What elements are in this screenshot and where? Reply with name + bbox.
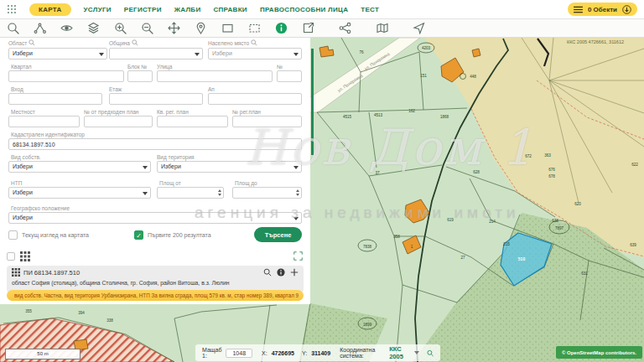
objects-badge[interactable]: 0 Обекти <box>568 3 637 16</box>
apps-grid-icon[interactable] <box>7 4 17 14</box>
y-label: Y: <box>302 350 307 356</box>
zoom-in-tool-icon[interactable] <box>114 22 127 34</box>
vid-sobstv-label: Вид собств. <box>11 154 41 160</box>
stepper-arrows-icon[interactable] <box>296 189 299 196</box>
kvartal-label: Квартал <box>11 64 32 70</box>
grid-icon <box>12 268 20 277</box>
mini-search-icon[interactable] <box>132 39 138 46</box>
dropdown-arrow-icon <box>293 217 299 220</box>
mini-search-icon[interactable] <box>251 39 257 46</box>
search-tool-icon[interactable] <box>7 22 19 34</box>
share-tool-icon[interactable] <box>339 22 351 34</box>
panel-edge-strip <box>311 49 314 155</box>
nav-item-test[interactable]: ТЕСТ <box>361 6 379 13</box>
svg-text:631: 631 <box>581 272 588 276</box>
marker-tool-icon[interactable] <box>195 22 207 34</box>
scale-input[interactable]: 1048 <box>226 349 252 358</box>
svg-text:214: 214 <box>489 220 496 224</box>
dropdown-arrow-icon <box>293 53 299 56</box>
mini-search-icon[interactable] <box>29 39 35 46</box>
nav-item-zhalbi[interactable]: ЖАЛБИ <box>174 6 201 13</box>
dropdown-arrow-icon <box>143 192 148 195</box>
svg-text:628: 628 <box>473 170 480 174</box>
nomer-input[interactable] <box>277 70 302 82</box>
svg-text:355: 355 <box>25 309 32 313</box>
no-reg-plan-input[interactable] <box>232 116 302 127</box>
vid-sobstv-select[interactable]: Избери <box>8 161 151 173</box>
dropdown-arrow-icon[interactable] <box>414 351 419 354</box>
first-200-checkbox[interactable] <box>134 230 143 240</box>
svg-text:620: 620 <box>574 202 581 206</box>
first-200-checkbox-label: Първите 200 резултата <box>148 232 211 238</box>
ntp-select[interactable]: Избери <box>8 187 151 199</box>
svg-text:215: 215 <box>503 242 510 246</box>
navigate-tool-icon[interactable] <box>413 22 425 34</box>
mestnost-input[interactable] <box>8 116 80 127</box>
predhoden-plan-label: № от предходен план <box>84 109 138 115</box>
plosht-ot-label: Площ от <box>159 180 181 186</box>
vid-teritoria-select[interactable]: Избери <box>157 161 302 173</box>
nav-item-uslugi[interactable]: УСЛУГИ <box>84 6 112 13</box>
naseleno-myasto-select[interactable]: Избери <box>208 48 302 59</box>
select-all-results-checkbox[interactable] <box>7 252 15 261</box>
export-tool-icon[interactable] <box>302 22 314 34</box>
expand-icon[interactable] <box>293 251 303 261</box>
zoom-out-tool-icon[interactable] <box>141 22 153 34</box>
oblast-label: Област <box>8 39 35 46</box>
predhoden-plan-input[interactable] <box>84 116 153 127</box>
crs-select[interactable]: ККС 2005 <box>389 345 410 360</box>
osm-attribution-badge[interactable]: © OpenStreetMap contributors. <box>556 346 642 359</box>
ap-input[interactable] <box>208 93 302 105</box>
plosht-ot-stepper[interactable] <box>157 187 224 199</box>
svg-text:76: 76 <box>359 50 364 54</box>
svg-text:672: 672 <box>525 154 532 158</box>
info-tool-icon[interactable] <box>275 22 288 34</box>
nav-item-spravki[interactable]: СПРАВКИ <box>213 6 247 13</box>
kv-reg-plan-input[interactable] <box>157 116 228 127</box>
nav-item-karta[interactable]: КАРТА <box>29 3 71 16</box>
geo-polozhenie-label: Географско положение <box>11 205 70 211</box>
search-panel: Област Община Населено място Избери Избе… <box>0 38 310 304</box>
dropdown-arrow-icon <box>143 166 148 169</box>
select-rect-tool-icon[interactable] <box>221 22 234 34</box>
vhod-input[interactable] <box>8 93 102 105</box>
blok-input[interactable] <box>127 70 153 82</box>
result-card[interactable]: ПИ 68134.1897.510 област София (столица)… <box>7 266 304 292</box>
map-legend-tool-icon[interactable] <box>376 22 388 34</box>
svg-text:7838: 7838 <box>363 245 372 249</box>
svg-text:678: 678 <box>548 174 555 178</box>
svg-text:638: 638 <box>552 219 558 223</box>
download-icon[interactable] <box>622 5 631 14</box>
result-info-icon[interactable] <box>277 268 285 277</box>
search-button[interactable]: Търсене <box>254 227 302 242</box>
geo-polozhenie-select[interactable]: Избери <box>8 212 302 224</box>
blok-label: Блок № <box>127 64 147 70</box>
kvartal-input[interactable] <box>8 70 124 82</box>
kadastralen-identifikator-input[interactable] <box>8 138 302 150</box>
current-view-checkbox[interactable] <box>8 230 18 240</box>
scale-label: Мащаб 1: <box>202 347 221 359</box>
ulica-input[interactable] <box>157 70 273 82</box>
etazh-label: Етаж <box>109 86 122 92</box>
plosht-do-stepper[interactable] <box>232 187 302 199</box>
svg-text:448: 448 <box>470 75 476 79</box>
etazh-input[interactable] <box>109 93 203 105</box>
svg-text:622: 622 <box>631 163 638 167</box>
pan-tool-icon[interactable] <box>168 22 180 34</box>
measure-tool-icon[interactable] <box>34 22 46 34</box>
grid-icon[interactable] <box>20 251 30 261</box>
result-zoom-icon[interactable] <box>263 268 272 277</box>
status-search-icon[interactable] <box>427 349 434 358</box>
oblast-select[interactable]: Избери <box>8 48 107 59</box>
nav-item-pravosposobni-lica[interactable]: ПРАВОСПОСОБНИ ЛИЦА <box>260 6 348 13</box>
select-rect-dashed-tool-icon[interactable] <box>248 22 261 34</box>
stepper-arrows-icon[interactable] <box>218 189 221 196</box>
kv-reg-plan-label: Кв. рег. план <box>157 109 189 115</box>
visibility-tool-icon[interactable] <box>60 22 73 34</box>
layers-tool-icon[interactable] <box>87 22 100 34</box>
result-add-icon[interactable] <box>290 268 299 277</box>
svg-text:4513: 4513 <box>374 113 383 117</box>
obshtina-select[interactable] <box>109 48 203 59</box>
result-details-bar[interactable]: вид собств. Частна, вид територия Урбани… <box>7 290 304 301</box>
nav-item-registri[interactable]: РЕГИСТРИ <box>124 6 162 13</box>
